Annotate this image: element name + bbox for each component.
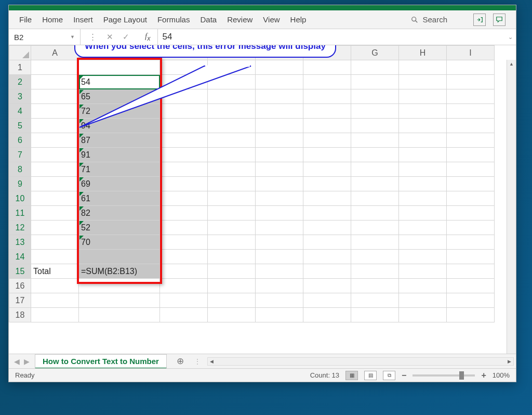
cell[interactable] xyxy=(31,279,79,293)
cell[interactable] xyxy=(160,148,208,162)
cell[interactable] xyxy=(399,60,447,75)
row-header[interactable]: 8 xyxy=(9,162,31,177)
cell-B2[interactable]: 54 xyxy=(79,75,160,89)
cell[interactable] xyxy=(351,206,399,221)
cell[interactable] xyxy=(160,119,208,133)
cell[interactable] xyxy=(256,60,303,75)
cell[interactable] xyxy=(208,250,256,264)
cell[interactable] xyxy=(399,104,447,119)
cell-B14[interactable] xyxy=(79,250,160,264)
cell[interactable] xyxy=(447,119,495,133)
cell[interactable] xyxy=(79,60,160,75)
cell[interactable] xyxy=(303,148,351,162)
cell[interactable] xyxy=(160,206,208,221)
worksheet[interactable]: A B C D E F G H I 1 254 365 472 594 687 … xyxy=(9,45,495,322)
cell[interactable] xyxy=(31,75,79,89)
cell[interactable] xyxy=(31,308,79,322)
cell[interactable] xyxy=(447,177,495,191)
row-header[interactable]: 11 xyxy=(9,206,31,221)
row-header[interactable]: 17 xyxy=(9,293,31,308)
hscroll-left-icon[interactable]: ◀ xyxy=(208,358,216,365)
cell-B15[interactable]: =SUM(B2:B13) xyxy=(79,264,160,279)
cell[interactable] xyxy=(399,75,447,89)
cell[interactable] xyxy=(447,104,495,119)
cell[interactable] xyxy=(447,162,495,177)
new-sheet-button[interactable]: ⊕ xyxy=(174,355,187,368)
cell[interactable] xyxy=(351,250,399,264)
hscroll-right-icon[interactable]: ▶ xyxy=(505,358,513,365)
zoom-out-button[interactable]: − xyxy=(402,371,406,380)
cell[interactable] xyxy=(303,235,351,250)
cell[interactable] xyxy=(208,60,256,75)
cell[interactable] xyxy=(31,104,79,119)
tab-data[interactable]: Data xyxy=(200,12,217,27)
cell-B8[interactable]: 71 xyxy=(79,162,160,177)
cell[interactable] xyxy=(31,191,79,206)
cell[interactable] xyxy=(79,279,160,293)
cell[interactable] xyxy=(399,133,447,148)
cell[interactable] xyxy=(303,133,351,148)
cell[interactable] xyxy=(303,308,351,322)
zoom-level[interactable]: 100% xyxy=(493,371,510,379)
cell[interactable] xyxy=(256,177,303,191)
cell[interactable] xyxy=(31,148,79,162)
cell[interactable] xyxy=(31,119,79,133)
tab-file[interactable]: File xyxy=(19,12,32,27)
cell[interactable] xyxy=(256,133,303,148)
cell[interactable] xyxy=(303,191,351,206)
cell[interactable] xyxy=(447,235,495,250)
cell[interactable] xyxy=(399,308,447,322)
cell[interactable] xyxy=(256,119,303,133)
cell[interactable] xyxy=(447,191,495,206)
cell[interactable] xyxy=(303,264,351,279)
cell[interactable] xyxy=(351,221,399,235)
cell[interactable] xyxy=(160,235,208,250)
sheet-tab-active[interactable]: How to Convert Text to Number xyxy=(35,354,167,369)
tab-home[interactable]: Home xyxy=(42,12,63,27)
cell[interactable] xyxy=(399,119,447,133)
cell[interactable] xyxy=(208,235,256,250)
cell[interactable] xyxy=(447,60,495,75)
row-header[interactable]: 13 xyxy=(9,235,31,250)
cell[interactable] xyxy=(208,133,256,148)
row-header[interactable]: 16 xyxy=(9,279,31,293)
cell[interactable] xyxy=(160,279,208,293)
cell[interactable] xyxy=(79,293,160,308)
cell-B13[interactable]: 70 xyxy=(79,235,160,250)
cell[interactable] xyxy=(256,308,303,322)
cell[interactable] xyxy=(303,206,351,221)
cell[interactable] xyxy=(351,89,399,104)
cell-B11[interactable]: 82 xyxy=(79,206,160,221)
cell[interactable] xyxy=(160,221,208,235)
cell[interactable] xyxy=(208,104,256,119)
row-header[interactable]: 5 xyxy=(9,119,31,133)
cell[interactable] xyxy=(160,250,208,264)
cell[interactable] xyxy=(31,221,79,235)
cell[interactable] xyxy=(303,60,351,75)
cell[interactable] xyxy=(303,162,351,177)
cell[interactable] xyxy=(256,279,303,293)
tab-view[interactable]: View xyxy=(263,12,280,27)
cell-B4[interactable]: 72 xyxy=(79,104,160,119)
row-header[interactable]: 1 xyxy=(9,60,31,75)
cell[interactable] xyxy=(31,60,79,75)
cell[interactable] xyxy=(447,89,495,104)
cell[interactable] xyxy=(399,148,447,162)
cell[interactable] xyxy=(399,162,447,177)
cell[interactable] xyxy=(160,177,208,191)
cell[interactable] xyxy=(303,104,351,119)
cancel-icon[interactable]: ✕ xyxy=(107,32,113,42)
cell[interactable] xyxy=(208,279,256,293)
cell[interactable] xyxy=(160,133,208,148)
row-header[interactable]: 9 xyxy=(9,177,31,191)
cell[interactable] xyxy=(399,235,447,250)
fx-icon[interactable]: fx xyxy=(145,32,150,42)
cell[interactable] xyxy=(31,250,79,264)
cell[interactable] xyxy=(351,191,399,206)
cell[interactable] xyxy=(160,89,208,104)
grid[interactable]: When you select the cells, this error me… xyxy=(9,45,516,354)
cell[interactable] xyxy=(399,264,447,279)
cell[interactable] xyxy=(160,308,208,322)
cell[interactable] xyxy=(351,177,399,191)
cell[interactable] xyxy=(31,162,79,177)
